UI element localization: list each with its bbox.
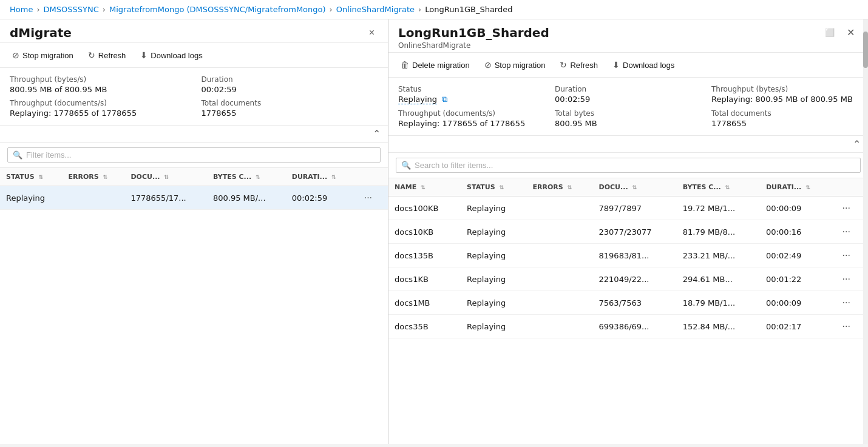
left-col-bytes[interactable]: BYTES C... ⇅ xyxy=(207,168,286,186)
right-cell-name: docs1MB xyxy=(388,291,461,315)
right-copy-status-button[interactable]: ⧉ xyxy=(441,95,449,104)
left-col-duration[interactable]: DURATI... ⇅ xyxy=(286,168,354,186)
right-table: NAME ⇅ STATUS ⇅ ERRORS ⇅ DOCU... ⇅ BYTES… xyxy=(388,178,868,338)
right-table-row[interactable]: docs100KB Replaying 7897/7897 19.72 MB/1… xyxy=(388,197,868,220)
delete-icon: 🗑 xyxy=(401,60,409,70)
left-download-logs-button[interactable]: ⬇ Download logs xyxy=(133,47,209,64)
left-col-docs[interactable]: DOCU... ⇅ xyxy=(124,168,207,186)
right-cell-docs: 221049/22... xyxy=(593,267,677,291)
right-search-input[interactable] xyxy=(415,161,855,170)
left-stat-throughput-bytes: Throughput (bytes/s) 800.95 MB of 800.95… xyxy=(10,75,187,94)
left-throughput-docs-value: Replaying: 1778655 of 1778655 xyxy=(10,109,187,118)
left-table-container: STATUS ⇅ ERRORS ⇅ DOCU... ⇅ BYTES C... ⇅… xyxy=(0,168,388,444)
right-download-logs-button[interactable]: ⬇ Download logs xyxy=(605,56,682,73)
left-search-wrap: 🔍 xyxy=(7,147,381,163)
left-stop-migration-label: Stop migration xyxy=(22,51,73,60)
right-row-more-button[interactable]: ··· xyxy=(838,320,853,333)
left-collapse-button[interactable]: ⌃ xyxy=(373,128,381,139)
right-search-icon: 🔍 xyxy=(401,161,411,170)
right-refresh-icon: ↻ xyxy=(560,60,567,70)
left-total-docs-label: Total documents xyxy=(202,99,379,107)
left-cell-docs: 1778655/17... xyxy=(124,186,207,210)
right-delete-migration-label: Delete migration xyxy=(412,61,470,70)
right-cell-errors xyxy=(527,244,593,267)
right-row-more-button[interactable]: ··· xyxy=(838,272,853,286)
right-duration-label: Duration xyxy=(555,85,702,93)
left-table-row[interactable]: Replaying 1778655/17... 800.95 MB/... 00… xyxy=(0,186,388,210)
right-table-header-row: NAME ⇅ STATUS ⇅ ERRORS ⇅ DOCU... ⇅ BYTES… xyxy=(388,178,868,197)
right-col-docs[interactable]: DOCU... ⇅ xyxy=(593,178,677,197)
right-cell-errors xyxy=(527,291,593,315)
right-collapse-button[interactable]: ⌃ xyxy=(853,138,861,150)
right-table-row[interactable]: docs135B Replaying 819683/81... 233.21 M… xyxy=(388,244,868,267)
left-col-status[interactable]: STATUS ⇅ xyxy=(0,168,62,186)
left-row-more-button[interactable]: ··· xyxy=(361,191,376,204)
right-col-duration[interactable]: DURATI... ⇅ xyxy=(760,178,833,197)
right-row-more-button[interactable]: ··· xyxy=(838,225,853,238)
breadcrumb-online-shard[interactable]: OnlineShardMigrate xyxy=(336,5,415,14)
left-panel-close-button[interactable]: × xyxy=(365,26,378,39)
stop-icon: ⊘ xyxy=(12,50,19,60)
right-scrollbar-track[interactable] xyxy=(863,19,868,444)
right-delete-migration-button[interactable]: 🗑 Delete migration xyxy=(393,56,477,73)
left-refresh-button[interactable]: ↻ Refresh xyxy=(81,47,134,64)
left-refresh-label: Refresh xyxy=(98,51,126,60)
right-panel-close-button[interactable]: ✕ xyxy=(843,25,858,39)
left-stop-migration-button[interactable]: ⊘ Stop migration xyxy=(5,47,81,64)
right-panel-title-group: LongRun1GB_Sharded OnlineShardMigrate xyxy=(398,25,549,50)
right-cell-duration: 00:01:22 xyxy=(760,267,833,291)
right-panel-maximize-button[interactable]: ⬜ xyxy=(821,27,838,38)
right-stop-icon: ⊘ xyxy=(484,60,492,70)
right-status-value: Replaying ⧉ xyxy=(398,95,545,104)
right-cell-bytes: 18.79 MB/1... xyxy=(677,291,760,315)
left-toolbar: ⊘ Stop migration ↻ Refresh ⬇ Download lo… xyxy=(0,43,388,68)
right-table-row[interactable]: docs10KB Replaying 23077/23077 81.79 MB/… xyxy=(388,220,868,244)
right-total-docs-value: 1778655 xyxy=(711,119,858,128)
right-stat-status: Status Replaying ⧉ xyxy=(398,85,545,104)
right-cell-errors xyxy=(527,315,593,338)
right-cell-docs: 819683/81... xyxy=(593,244,677,267)
breadcrumb-dmsosssync[interactable]: DMSOSSSYNC xyxy=(44,5,99,14)
right-col-status[interactable]: STATUS ⇅ xyxy=(461,178,526,197)
right-panel-header-actions: ⬜ ✕ xyxy=(821,25,858,39)
left-stat-throughput-docs: Throughput (documents/s) Replaying: 1778… xyxy=(10,99,187,118)
breadcrumb-home[interactable]: Home xyxy=(10,5,33,14)
right-throughput-bytes-label: Throughput (bytes/s) xyxy=(711,85,858,93)
breadcrumb-longrun: LongRun1GB_Sharded xyxy=(425,5,512,14)
left-table: STATUS ⇅ ERRORS ⇅ DOCU... ⇅ BYTES C... ⇅… xyxy=(0,168,388,210)
right-col-bytes[interactable]: BYTES C... ⇅ xyxy=(677,178,760,197)
left-duration-value: 00:02:59 xyxy=(202,85,379,94)
download-icon: ⬇ xyxy=(140,50,147,60)
right-scrollbar-thumb[interactable] xyxy=(863,32,868,68)
left-col-errors[interactable]: ERRORS ⇅ xyxy=(62,168,124,186)
right-stat-total-docs: Total documents 1778655 xyxy=(711,109,858,128)
right-cell-status: Replaying xyxy=(461,244,526,267)
right-row-more-button[interactable]: ··· xyxy=(838,201,853,215)
right-table-row[interactable]: docs1MB Replaying 7563/7563 18.79 MB/1..… xyxy=(388,291,868,315)
breadcrumb-migrate[interactable]: MigratefromMongo (DMSOSSSYNC/Migratefrom… xyxy=(109,5,326,14)
left-search-input[interactable] xyxy=(26,150,375,160)
right-cell-duration: 00:02:17 xyxy=(760,315,833,338)
right-cell-errors xyxy=(527,220,593,244)
right-table-row[interactable]: docs1KB Replaying 221049/22... 294.61 MB… xyxy=(388,267,868,291)
right-row-more-button[interactable]: ··· xyxy=(838,249,853,262)
left-throughput-bytes-value: 800.95 MB of 800.95 MB xyxy=(10,85,187,94)
right-stop-migration-button[interactable]: ⊘ Stop migration xyxy=(477,56,553,73)
right-table-container: NAME ⇅ STATUS ⇅ ERRORS ⇅ DOCU... ⇅ BYTES… xyxy=(388,178,868,444)
right-status-text: Replaying xyxy=(398,95,437,104)
right-stat-throughput-docs: Throughput (documents/s) Replaying: 1778… xyxy=(398,109,545,128)
left-search-bar: 🔍 xyxy=(0,143,388,168)
right-col-errors[interactable]: ERRORS ⇅ xyxy=(527,178,593,197)
right-panel-header: LongRun1GB_Sharded OnlineShardMigrate ⬜ … xyxy=(388,19,868,53)
left-panel-header: dMigrate × xyxy=(0,19,388,43)
right-cell-status: Replaying xyxy=(461,220,526,244)
left-table-header-row: STATUS ⇅ ERRORS ⇅ DOCU... ⇅ BYTES C... ⇅… xyxy=(0,168,388,186)
right-cell-status: Replaying xyxy=(461,315,526,338)
left-stats: Throughput (bytes/s) 800.95 MB of 800.95… xyxy=(0,68,388,126)
right-refresh-button[interactable]: ↻ Refresh xyxy=(552,56,605,73)
right-row-more-button[interactable]: ··· xyxy=(838,296,853,309)
right-stop-migration-label: Stop migration xyxy=(495,61,546,70)
right-table-row[interactable]: docs35B Replaying 699386/69... 152.84 MB… xyxy=(388,315,868,338)
right-col-name[interactable]: NAME ⇅ xyxy=(388,178,461,197)
left-total-docs-value: 1778655 xyxy=(202,109,379,118)
